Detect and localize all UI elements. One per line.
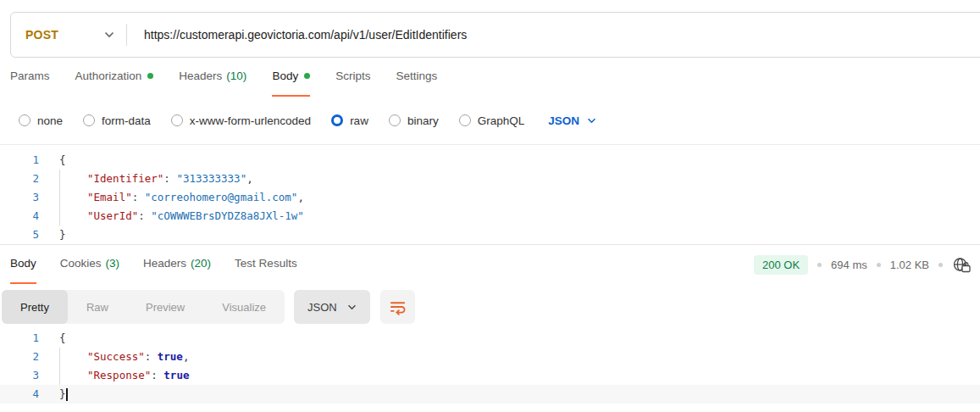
bodytype-radio-raw[interactable]: raw [331,114,368,127]
tab-params[interactable]: Params [10,58,50,97]
method-selector[interactable]: POST [11,13,126,57]
text-cursor [66,388,68,401]
json-value: "313333333" [176,172,246,185]
radio-icon [459,114,471,126]
json-key: "Identifier" [87,172,163,185]
view-tab-pretty[interactable]: Pretty [2,290,68,324]
raw-format-label: JSON [548,114,579,127]
json-key: "UserId" [87,209,138,222]
json-key: "Email" [87,191,132,203]
tab-count: (20) [191,257,211,270]
response-format-label: JSON [307,301,337,314]
line-number: 3 [0,366,39,385]
tab-authorization[interactable]: Authorization [75,58,154,97]
wrap-lines-button[interactable] [380,290,415,324]
response-tab-body[interactable]: Body [10,245,36,284]
tab-label: Params [10,70,50,82]
tab-headers[interactable]: Headers(10) [179,58,246,97]
bodytype-radio-form-data[interactable]: form-data [83,114,151,127]
chevron-down-icon [347,304,357,310]
response-view-tabs: Pretty Raw Preview Visualize [2,290,285,324]
radio-icon [83,114,95,126]
divider [126,24,127,46]
radio-label: GraphQL [478,114,525,127]
response-meta: 200 OK 694 ms 1.02 KB [754,245,972,284]
code-line: 2 "Identifier": "313333333", [0,170,980,188]
response-format-dropdown[interactable]: JSON [294,290,370,324]
code-token: { [59,331,66,344]
api-client-window: POST https://customerapi.geovictoria.com… [0,12,980,412]
code-line: 2 "Success": true, [0,348,980,366]
request-url-bar: POST https://customerapi.geovictoria.com… [10,12,980,58]
code-line: 3 "Response": true [0,366,980,385]
json-value: "correohomero@gmail.com" [145,191,298,203]
json-boolean: true [163,369,189,381]
raw-format-dropdown[interactable]: JSON [548,114,596,127]
dot-separator [817,263,822,267]
globe-lock-icon[interactable] [952,256,972,273]
tab-label: Authorization [75,70,142,82]
radio-label: raw [350,114,368,127]
tab-count: (10) [226,70,246,82]
tab-label: Scripts [335,70,370,82]
radio-label: none [37,114,63,127]
tab-label: Headers [179,70,222,82]
code-line: 4 "UserId": "cOWWWEBrsDYDZ8a8JXl-1w" [0,207,980,225]
code-token: } [59,387,66,400]
bodytype-radio-graphql[interactable]: GraphQL [459,114,525,127]
url-input[interactable]: https://customerapi.geovictoria.com/api/… [144,28,467,42]
response-body-editor[interactable]: 1 { 2 "Success": true, 3 "Response": tru… [0,324,980,404]
code-line: 5 } [0,225,980,244]
tab-label: Settings [396,70,437,82]
response-time[interactable]: 694 ms [831,259,867,271]
status-badge[interactable]: 200 OK [754,255,808,275]
response-size[interactable]: 1.02 KB [890,259,929,271]
request-body-editor[interactable]: 1 { 2 "Identifier": "313333333", 3 "Emai… [0,144,980,244]
view-tab-visualize[interactable]: Visualize [203,290,285,324]
bodytype-radio-binary[interactable]: binary [389,114,439,127]
tab-label: Body [10,257,36,270]
chevron-down-icon [104,31,114,38]
response-tabs: Body Cookies(3) Headers(20) Test Results [10,245,297,284]
line-number: 4 [0,207,39,225]
request-tabs: Params Authorization Headers(10) Body Sc… [0,58,980,97]
method-label: POST [25,28,58,42]
green-dot-icon [304,73,310,79]
tab-label: Cookies [60,257,102,270]
code-token: } [59,228,66,241]
line-number: 1 [0,329,39,348]
wrap-lines-icon [388,298,407,317]
view-tab-raw[interactable]: Raw [68,290,127,324]
response-tab-headers[interactable]: Headers(20) [143,245,211,284]
line-number: 3 [0,188,39,207]
tab-body[interactable]: Body [272,58,310,97]
body-type-row: none form-data x-www-form-urlencoded raw… [0,97,980,144]
response-tab-test-results[interactable]: Test Results [235,245,297,284]
view-tab-preview[interactable]: Preview [127,290,203,324]
radio-icon [389,114,401,126]
line-number: 2 [0,348,39,366]
line-number: 2 [0,170,39,188]
radio-label: x-www-form-urlencoded [190,114,311,127]
green-dot-icon [147,73,153,79]
tab-label: Body [272,70,298,82]
code-line: 1 { [0,329,980,348]
json-boolean: true [158,350,183,363]
bodytype-radio-urlencoded[interactable]: x-www-form-urlencoded [171,114,311,127]
json-key: "Success" [87,350,145,363]
radio-label: binary [407,114,439,127]
radio-icon [19,114,30,126]
code-line: 3 "Email": "correohomero@gmail.com", [0,188,980,207]
line-number: 1 [0,151,39,170]
response-toolbar: Pretty Raw Preview Visualize JSON [2,290,980,324]
tab-settings[interactable]: Settings [396,58,437,97]
radio-icon [171,114,183,126]
response-tab-cookies[interactable]: Cookies(3) [60,245,119,284]
json-value: "cOWWWEBrsDYDZ8a8JXl-1w" [151,209,304,222]
tab-scripts[interactable]: Scripts [335,58,370,97]
code-token: { [59,153,66,166]
bodytype-radio-none[interactable]: none [19,114,63,127]
tab-label: Headers [143,257,186,270]
code-line-active: 4 } [0,385,980,404]
tab-count: (3) [106,257,120,270]
